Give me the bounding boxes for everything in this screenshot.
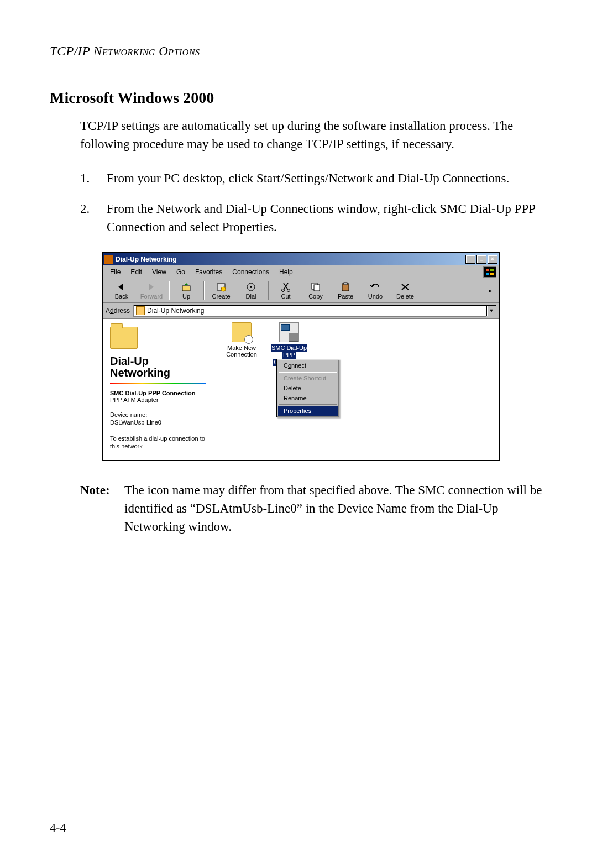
info-pane: Dial-Up Networking SMC Dial-Up PPP Conne… xyxy=(103,319,212,460)
make-new-connection-icon[interactable]: Make New Connection xyxy=(218,322,265,358)
toolbar-cut[interactable]: Cut xyxy=(271,282,301,300)
menu-favorites[interactable]: Favorites xyxy=(191,268,227,276)
ctx-connect[interactable]: Connect xyxy=(278,360,338,370)
toolbar-overflow[interactable]: » xyxy=(488,287,495,295)
dialup-window: Dial-Up Networking _ □ × File Edit View … xyxy=(102,252,500,461)
rainbow-divider xyxy=(110,383,206,384)
svg-rect-4 xyxy=(182,286,190,291)
address-bar: Address Dial-Up Networking ▼ xyxy=(103,303,499,319)
back-arrow-icon xyxy=(116,282,127,292)
context-menu: Connect Create Shortcut Delete Rename Pr… xyxy=(276,359,339,417)
step-number: 2. xyxy=(80,200,107,237)
pane-title: Dial-Up Networking xyxy=(110,355,206,379)
menu-help[interactable]: Help xyxy=(275,268,297,276)
running-header: TCP/IP Networking Options xyxy=(50,44,547,59)
icon-label: Make New Connection xyxy=(218,344,265,358)
icons-area[interactable]: Make New Connection SMC Dial-Up PPP Conn… xyxy=(212,319,499,460)
throbber-icon xyxy=(483,266,496,278)
menu-view[interactable]: View xyxy=(148,268,171,276)
menu-bar: File Edit View Go Favorites Connections … xyxy=(103,265,499,279)
title-bar[interactable]: Dial-Up Networking _ □ × xyxy=(103,253,499,265)
ctx-delete[interactable]: Delete xyxy=(278,383,338,393)
step-1: 1. From your PC desktop, click Start/Set… xyxy=(80,169,547,187)
menu-file[interactable]: File xyxy=(106,268,125,276)
menu-connections[interactable]: Connections xyxy=(228,268,274,276)
delete-icon xyxy=(400,282,411,292)
svg-rect-0 xyxy=(486,269,489,271)
ctx-rename[interactable]: Rename xyxy=(278,393,338,403)
toolbar-delete[interactable]: Delete xyxy=(390,282,420,300)
toolbar-dial[interactable]: Dial xyxy=(236,282,266,300)
note-label: Note: xyxy=(80,481,124,536)
dial-icon xyxy=(245,282,256,292)
maximize-button[interactable]: □ xyxy=(476,255,486,264)
svg-rect-14 xyxy=(344,283,347,285)
address-label: Address xyxy=(106,307,130,315)
up-folder-icon xyxy=(181,282,192,292)
svg-rect-1 xyxy=(490,269,494,271)
undo-icon xyxy=(370,282,381,292)
intro-paragraph: TCP/IP settings are automatically set up… xyxy=(80,117,547,154)
svg-point-8 xyxy=(250,286,252,288)
create-icon xyxy=(216,282,227,292)
ctx-create-shortcut[interactable]: Create Shortcut xyxy=(278,373,338,383)
client-area: Dial-Up Networking SMC Dial-Up PPP Conne… xyxy=(103,319,499,460)
copy-icon xyxy=(310,282,321,292)
window-title: Dial-Up Networking xyxy=(116,255,464,263)
svg-point-10 xyxy=(287,289,290,291)
forward-arrow-icon xyxy=(146,282,157,292)
address-dropdown-button[interactable]: ▼ xyxy=(486,305,496,316)
step-text: From your PC desktop, click Start/Settin… xyxy=(107,169,547,187)
wizard-icon xyxy=(232,322,252,342)
svg-point-9 xyxy=(282,289,285,291)
toolbar-back[interactable]: Back xyxy=(107,282,137,300)
paste-icon xyxy=(340,282,351,292)
step-text: From the Network and Dial-Up Connections… xyxy=(107,200,547,237)
svg-point-6 xyxy=(221,287,226,291)
connection-icon xyxy=(279,322,299,342)
page-number: 4-4 xyxy=(50,820,66,835)
toolbar-create[interactable]: Create xyxy=(206,282,236,300)
folder-icon xyxy=(136,306,145,315)
toolbar-copy[interactable]: Copy xyxy=(301,282,331,300)
ctx-properties[interactable]: Properties xyxy=(278,406,338,416)
address-value: Dial-Up Networking xyxy=(147,307,204,315)
close-button[interactable]: × xyxy=(488,255,498,264)
svg-rect-12 xyxy=(314,285,320,291)
menu-go[interactable]: Go xyxy=(172,268,190,276)
selected-item-name: SMC Dial-Up PPP Connection xyxy=(110,390,206,396)
address-field[interactable]: Dial-Up Networking xyxy=(133,305,486,317)
device-info: Device name: DSLWanUsb-Line0 To establis… xyxy=(110,411,206,450)
menu-edit[interactable]: Edit xyxy=(126,268,146,276)
svg-rect-3 xyxy=(490,273,494,275)
cut-icon xyxy=(280,282,291,292)
large-folder-icon xyxy=(110,327,138,349)
toolbar-paste[interactable]: Paste xyxy=(331,282,360,300)
toolbar: Back Forward Up Create Dial xyxy=(103,279,499,303)
selected-item-sub: PPP ATM Adapter xyxy=(110,396,206,403)
toolbar-undo[interactable]: Undo xyxy=(360,282,390,300)
window-icon xyxy=(104,255,113,264)
section-title: Microsoft Windows 2000 xyxy=(50,89,547,107)
toolbar-forward: Forward xyxy=(137,282,166,300)
step-2: 2. From the Network and Dial-Up Connecti… xyxy=(80,200,547,237)
note-text: The icon name may differ from that speci… xyxy=(124,481,547,536)
toolbar-up[interactable]: Up xyxy=(171,282,201,300)
step-number: 1. xyxy=(80,169,107,187)
minimize-button[interactable]: _ xyxy=(465,255,475,264)
svg-rect-2 xyxy=(486,273,489,275)
